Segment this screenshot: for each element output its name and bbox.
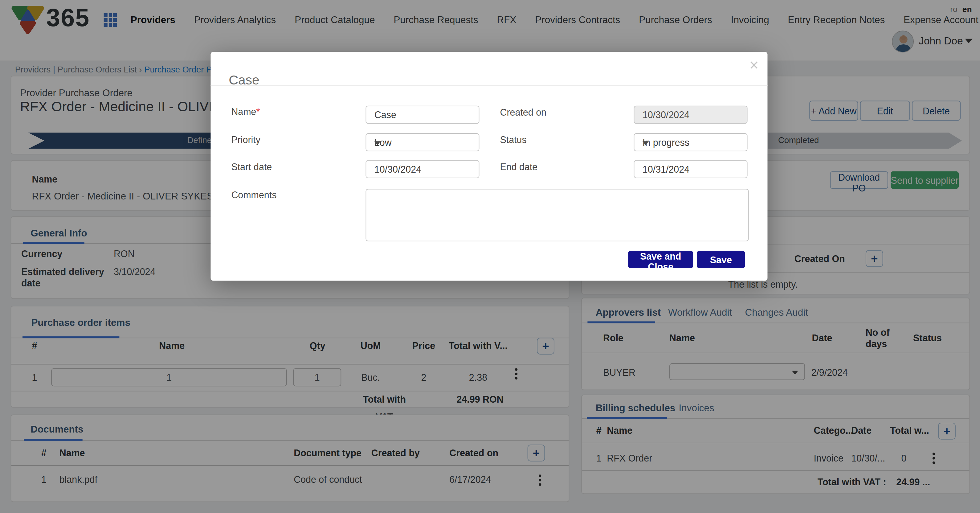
case-priority-label: Priority xyxy=(231,134,261,145)
case-start-input[interactable] xyxy=(366,160,479,178)
case-priority-select[interactable]: Low xyxy=(366,133,479,151)
page: 365 Providers Providers Analytics Produc… xyxy=(0,0,980,513)
case-comments-textarea[interactable] xyxy=(366,189,749,241)
case-status-select[interactable]: In progress xyxy=(633,133,747,151)
case-comments-label: Comments xyxy=(231,190,277,200)
case-created-label: Created on xyxy=(500,107,546,118)
save-and-close-button[interactable]: Save and Close xyxy=(628,251,693,268)
case-name-label: Name* xyxy=(231,106,260,117)
case-status-label: Status xyxy=(500,134,527,145)
save-button[interactable]: Save xyxy=(697,251,745,268)
case-created-input xyxy=(633,106,747,124)
case-name-input[interactable] xyxy=(366,106,479,124)
close-icon[interactable]: × xyxy=(749,56,759,75)
case-end-input[interactable] xyxy=(633,160,747,178)
case-modal: Case × Name* Created on Priority Low Sta… xyxy=(210,52,767,280)
case-end-label: End date xyxy=(500,161,538,172)
case-start-label: Start date xyxy=(231,161,272,172)
